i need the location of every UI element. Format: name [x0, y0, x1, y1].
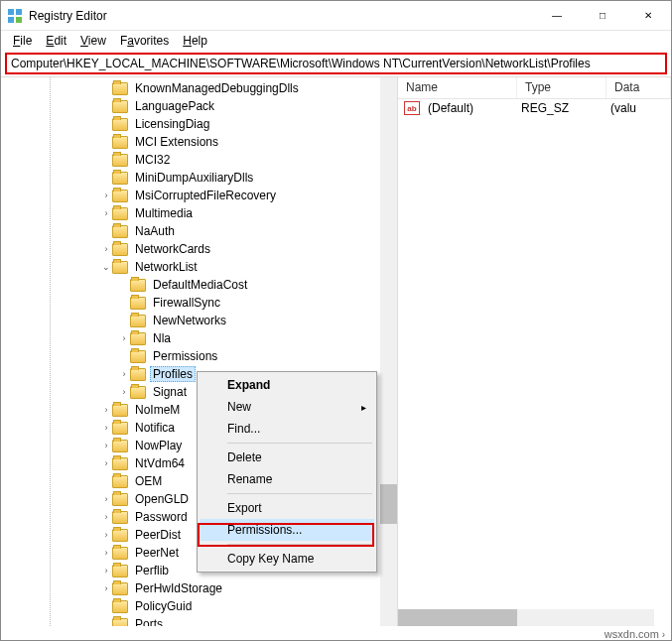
tree-item[interactable]: ›MsiCorruptedFileRecovery [1, 187, 397, 204]
ctx-sep-2 [227, 493, 372, 494]
tree-item[interactable]: Ports [1, 615, 397, 626]
tree-item[interactable]: ›Multimedia [1, 204, 397, 222]
tree-item-label: NtVdm64 [132, 455, 188, 471]
folder-icon [112, 136, 128, 149]
value-type: REG_SZ [517, 101, 606, 115]
tree-item-label: PeerNet [132, 545, 182, 561]
menu-edit[interactable]: Edit [40, 32, 72, 50]
tree-vscroll[interactable] [380, 77, 397, 626]
ctx-delete[interactable]: Delete [200, 447, 374, 468]
menu-file[interactable]: File [7, 32, 38, 50]
app-icon [7, 8, 23, 24]
tree-item[interactable]: LicensingDiag [1, 115, 397, 133]
tree-item[interactable]: MiniDumpAuxiliaryDlls [1, 169, 397, 187]
col-type[interactable]: Type [517, 77, 606, 98]
ctx-expand[interactable]: Expand [200, 374, 374, 396]
tree-item-label: Profiles [150, 366, 196, 382]
expand-icon[interactable]: › [100, 243, 112, 255]
tree-item-label: MCI32 [132, 152, 173, 168]
address-text: Computer\HKEY_LOCAL_MACHINE\SOFTWARE\Mic… [11, 57, 591, 70]
folder-icon [112, 475, 128, 488]
menubar: File Edit View Favorites Help [1, 31, 671, 51]
expand-icon[interactable]: › [100, 457, 112, 469]
expand-icon[interactable]: › [100, 440, 112, 451]
svg-rect-3 [16, 17, 22, 23]
tree-item[interactable]: NewNetworks [1, 312, 397, 329]
tree-item-label: PolicyGuid [132, 598, 195, 614]
folder-icon [112, 172, 128, 185]
folder-icon [112, 547, 128, 560]
ctx-new[interactable]: New [200, 396, 374, 418]
tree-item-label: LanguagePack [132, 98, 217, 114]
folder-icon [130, 297, 146, 310]
tree-vscroll-thumb[interactable] [380, 484, 397, 524]
tree-item-label: Perflib [132, 563, 172, 578]
expand-icon[interactable]: › [100, 207, 112, 219]
expand-icon[interactable]: › [100, 547, 112, 559]
tree-item-label: LicensingDiag [132, 116, 212, 132]
tree-item[interactable]: FirewallSync [1, 294, 397, 312]
expand-icon[interactable]: › [100, 582, 112, 594]
tree-item[interactable]: MCI Extensions [1, 133, 397, 151]
folder-icon [112, 118, 128, 131]
expand-icon[interactable]: › [118, 332, 130, 344]
tree-item[interactable]: NaAuth [1, 222, 397, 240]
ctx-copy-key-name[interactable]: Copy Key Name [200, 548, 374, 570]
ctx-export[interactable]: Export [200, 497, 374, 519]
value-name: (Default) [424, 101, 517, 115]
ctx-sep-1 [227, 443, 372, 444]
collapse-icon[interactable]: ⌄ [100, 261, 112, 273]
expand-icon[interactable]: › [100, 404, 112, 416]
tree-item-label: KnownManagedDebuggingDlls [132, 80, 302, 96]
tree-item[interactable]: DefaultMediaCost [1, 276, 397, 294]
expand-icon[interactable]: › [100, 565, 112, 577]
tree-item[interactable]: Permissions [1, 347, 397, 365]
ctx-rename[interactable]: Rename [200, 468, 374, 490]
list-pane[interactable]: Name Type Data ab (Default) REG_SZ (valu [398, 77, 671, 626]
value-data: (valu [606, 101, 640, 115]
tree-item[interactable]: LanguagePack [1, 97, 397, 115]
col-data[interactable]: Data [606, 77, 671, 98]
list-row[interactable]: ab (Default) REG_SZ (valu [398, 99, 671, 117]
string-value-icon: ab [404, 101, 420, 115]
tree-item-label: Password [132, 509, 191, 525]
tree-item[interactable]: ›PerHwIdStorage [1, 579, 397, 597]
list-hscroll[interactable] [398, 609, 654, 626]
ctx-permissions[interactable]: Permissions... [200, 519, 374, 541]
list-hscroll-thumb[interactable] [398, 609, 517, 626]
folder-icon [112, 493, 128, 506]
tree-item[interactable]: PolicyGuid [1, 597, 397, 615]
menu-help[interactable]: Help [177, 32, 213, 50]
folder-icon [112, 261, 128, 274]
tree-item-label: NoImeM [132, 402, 183, 418]
tree-item-label: MiniDumpAuxiliaryDlls [132, 170, 256, 186]
folder-icon [130, 315, 146, 327]
folder-icon [112, 243, 128, 256]
expand-icon[interactable]: › [100, 511, 112, 523]
menu-view[interactable]: View [74, 32, 112, 50]
close-button[interactable]: ✕ [625, 1, 671, 31]
folder-icon [112, 154, 128, 167]
maximize-button[interactable]: □ [580, 1, 625, 31]
expand-icon[interactable]: › [100, 190, 112, 201]
expand-icon[interactable]: › [100, 529, 112, 541]
tree-item[interactable]: KnownManagedDebuggingDlls [1, 79, 397, 97]
address-bar[interactable]: Computer\HKEY_LOCAL_MACHINE\SOFTWARE\Mic… [5, 53, 667, 74]
tree-item-label: NewNetworks [150, 313, 229, 328]
expand-icon[interactable]: › [100, 422, 112, 434]
expand-icon[interactable]: › [100, 493, 112, 505]
tree-item[interactable]: ›NetworkCards [1, 240, 397, 258]
tree-item[interactable]: ›Nla [1, 329, 397, 347]
col-name[interactable]: Name [398, 77, 517, 98]
folder-icon [112, 190, 128, 202]
tree-item-label: NetworkCards [132, 241, 213, 257]
expand-icon[interactable]: › [118, 386, 130, 398]
menu-favorites[interactable]: Favorites [114, 32, 175, 50]
minimize-button[interactable]: — [534, 1, 580, 31]
ctx-find[interactable]: Find... [200, 418, 374, 440]
tree-item-label: NetworkList [132, 259, 201, 275]
tree-item-label: MCI Extensions [132, 134, 221, 150]
tree-item[interactable]: ⌄NetworkList [1, 258, 397, 276]
expand-icon[interactable]: › [118, 368, 130, 380]
tree-item[interactable]: MCI32 [1, 151, 397, 169]
